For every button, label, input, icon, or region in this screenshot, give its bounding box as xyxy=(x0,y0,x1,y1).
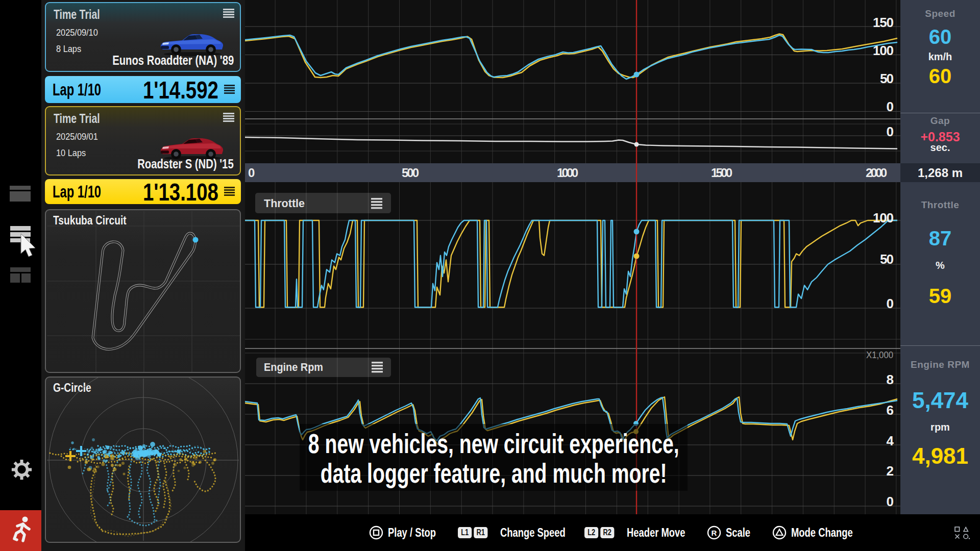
svg-text:0: 0 xyxy=(887,99,894,114)
svg-text:4: 4 xyxy=(887,433,894,448)
svg-text:0: 0 xyxy=(887,296,894,311)
svg-text:Throttle: Throttle xyxy=(264,197,305,210)
svg-text:2: 2 xyxy=(887,463,894,479)
svg-text:1500: 1500 xyxy=(711,166,732,180)
svg-text:0: 0 xyxy=(887,124,894,139)
svg-text:Engine Rpm: Engine Rpm xyxy=(264,361,323,373)
svg-text:8: 8 xyxy=(887,372,894,387)
svg-text:50: 50 xyxy=(880,71,894,86)
svg-text:500: 500 xyxy=(402,166,419,180)
svg-text:100: 100 xyxy=(873,210,894,226)
svg-text:2000: 2000 xyxy=(866,166,887,180)
svg-text:50: 50 xyxy=(880,252,894,267)
svg-text:0: 0 xyxy=(887,494,894,509)
svg-text:R: R xyxy=(712,529,717,537)
svg-text:X1,000: X1,000 xyxy=(866,350,893,360)
svg-text:150: 150 xyxy=(873,15,894,30)
svg-text:0: 0 xyxy=(248,166,255,180)
svg-text:1000: 1000 xyxy=(557,166,578,180)
svg-text:6: 6 xyxy=(887,403,894,418)
svg-text:100: 100 xyxy=(873,43,894,58)
